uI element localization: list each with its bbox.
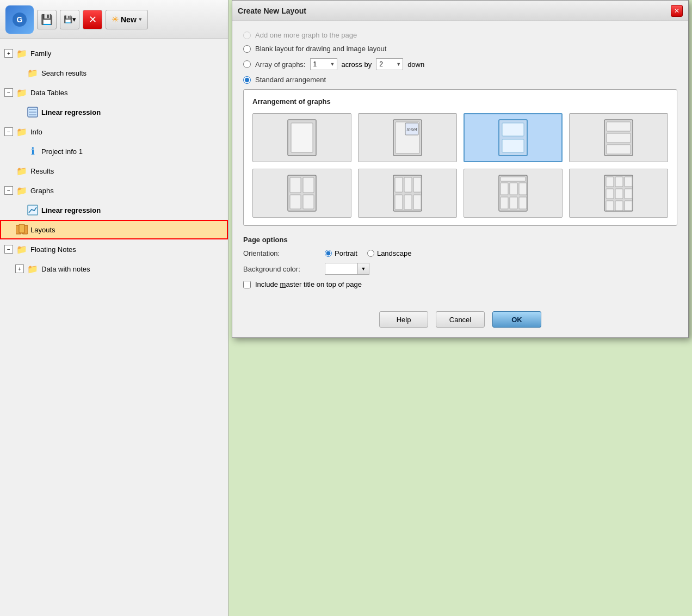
array-of-graphs-option[interactable]: Array of graphs: 1 2 3 4 across by 1 2 3 xyxy=(243,58,677,70)
svg-rect-36 xyxy=(501,177,526,181)
family-folder-icon: 📁 xyxy=(16,47,28,59)
graphs-label: Graphs xyxy=(30,187,224,195)
sidebar-item-linear-regression-data[interactable]: Linear regression xyxy=(0,102,228,122)
arrangement-3x2-header[interactable] xyxy=(464,169,563,218)
orientation-options: Portrait Landscape xyxy=(325,249,412,257)
svg-rect-50 xyxy=(606,201,614,211)
master-title-label: Include master title on top of page xyxy=(255,280,362,288)
array-graphs-label: Array of graphs: xyxy=(255,60,306,69)
family-expander[interactable]: + xyxy=(4,49,13,58)
sidebar-item-data-with-notes[interactable]: + 📁 Data with notes xyxy=(0,259,228,279)
dialog-body: Add one more graph to the page Blank lay… xyxy=(232,21,688,306)
svg-rect-46 xyxy=(625,177,632,187)
help-button[interactable]: Help xyxy=(379,311,428,328)
color-box[interactable] xyxy=(325,263,357,275)
landscape-radio[interactable] xyxy=(367,250,374,257)
sidebar-item-project-info[interactable]: ℹ Project info 1 xyxy=(0,141,228,161)
floating-notes-expander[interactable]: − xyxy=(4,245,13,254)
svg-rect-49 xyxy=(625,189,632,199)
bg-color-picker[interactable]: ▼ xyxy=(325,263,369,275)
array-graphs-radio[interactable] xyxy=(243,60,251,68)
array-across-select[interactable]: 1 2 3 4 xyxy=(310,58,337,70)
floating-notes-folder-icon: 📁 xyxy=(16,243,28,255)
arrangement-three-rows[interactable] xyxy=(569,113,668,162)
ok-button[interactable]: OK xyxy=(492,311,541,328)
info-expander[interactable]: − xyxy=(4,127,13,136)
sidebar-item-search-results[interactable]: 📁 Search results xyxy=(0,63,228,83)
dialog-titlebar: Create New Layout ✕ xyxy=(232,1,688,21)
landscape-label: Landscape xyxy=(377,249,412,257)
sidebar-item-layouts[interactable]: Layouts xyxy=(0,220,228,239)
master-title-row[interactable]: Include master title on top of page xyxy=(243,280,677,288)
arrangement-title: Arrangement of graphs xyxy=(252,97,668,106)
create-new-layout-dialog: Create New Layout ✕ Add one more graph t… xyxy=(232,0,689,338)
arrangement-2x2[interactable] xyxy=(252,169,351,218)
sidebar-item-linear-regression-graph[interactable]: Linear regression xyxy=(0,200,228,220)
sidebar-item-data-tables[interactable]: − 📁 Data Tables xyxy=(0,83,228,102)
cancel-button[interactable]: Cancel xyxy=(436,311,485,328)
svg-rect-33 xyxy=(404,195,412,210)
arrangement-inset[interactable]: Inset xyxy=(358,113,457,162)
portrait-radio[interactable] xyxy=(325,250,332,257)
graphs-expander[interactable]: − xyxy=(4,186,13,195)
sidebar-item-floating-notes[interactable]: − 📁 Floating Notes xyxy=(0,239,228,259)
array-down-select[interactable]: 1 2 3 4 xyxy=(376,58,403,70)
blank-layout-radio[interactable] xyxy=(243,45,251,53)
add-graph-label: Add one more graph to the page xyxy=(255,31,357,39)
svg-rect-31 xyxy=(413,177,421,192)
orientation-row: Orientation: Portrait Landscape xyxy=(243,249,677,257)
svg-rect-21 xyxy=(607,133,631,143)
floating-notes-label: Floating Notes xyxy=(30,245,224,254)
svg-rect-47 xyxy=(606,189,614,199)
portrait-option[interactable]: Portrait xyxy=(325,249,357,257)
standard-arrangement-option[interactable]: Standard arrangement xyxy=(243,76,677,84)
layouts-folder-icon xyxy=(16,224,28,236)
family-label: Family xyxy=(30,50,224,58)
add-graph-option[interactable]: Add one more graph to the page xyxy=(243,31,677,39)
sidebar-item-info[interactable]: − 📁 Info xyxy=(0,122,228,141)
data-tables-expander[interactable]: − xyxy=(4,88,13,97)
info-label: Info xyxy=(30,128,224,136)
save-as-button[interactable]: 💾▾ xyxy=(60,10,79,29)
blank-layout-label: Blank layout for drawing and image layou… xyxy=(255,45,386,53)
arrangement-single[interactable] xyxy=(252,113,351,162)
svg-rect-41 xyxy=(510,197,517,209)
arrangement-3x2[interactable] xyxy=(358,169,457,218)
arrangement-3x3[interactable] xyxy=(569,169,668,218)
svg-rect-42 xyxy=(519,197,527,209)
dialog-close-button[interactable]: ✕ xyxy=(671,5,683,17)
svg-rect-38 xyxy=(510,183,517,195)
svg-text:G: G xyxy=(17,15,23,24)
dialog-title: Create New Layout xyxy=(238,7,666,15)
svg-rect-20 xyxy=(607,122,631,131)
delete-button[interactable]: ✕ xyxy=(83,10,102,29)
results-label: Results xyxy=(30,167,224,175)
linear-regression-data-label: Linear regression xyxy=(41,108,224,116)
sidebar-item-results[interactable]: 📁 Results xyxy=(0,161,228,181)
sidebar-item-family[interactable]: + 📁 Family xyxy=(0,44,228,63)
color-dropdown-button[interactable]: ▼ xyxy=(357,263,369,275)
master-title-checkbox[interactable] xyxy=(243,281,251,288)
standard-arrangement-radio[interactable] xyxy=(243,76,251,84)
arrangements-grid: Inset xyxy=(252,113,668,218)
blank-layout-option[interactable]: Blank layout for drawing and image layou… xyxy=(243,45,677,53)
svg-text:Inset: Inset xyxy=(406,127,417,132)
new-label: New xyxy=(121,15,137,24)
results-folder-icon: 📁 xyxy=(16,165,28,177)
svg-rect-32 xyxy=(395,195,403,210)
across-by-label: across by xyxy=(342,60,372,69)
star-icon: ✳ xyxy=(112,14,119,24)
new-button[interactable]: ✳ New ▾ xyxy=(106,10,148,29)
save-button[interactable]: 💾 xyxy=(37,10,57,29)
bg-color-label: Background color: xyxy=(243,265,319,273)
standard-arrangement-label: Standard arrangement xyxy=(255,76,326,84)
svg-rect-26 xyxy=(290,195,301,209)
svg-rect-27 xyxy=(303,195,314,209)
sidebar-item-graphs[interactable]: − 📁 Graphs xyxy=(0,181,228,200)
svg-rect-9 xyxy=(19,224,24,233)
array-down-select-wrapper: 1 2 3 4 xyxy=(376,58,403,70)
data-with-notes-expander[interactable]: + xyxy=(15,264,24,273)
arrangement-two-rows[interactable] xyxy=(464,113,563,162)
landscape-option[interactable]: Landscape xyxy=(367,249,412,257)
add-graph-radio[interactable] xyxy=(243,32,251,39)
